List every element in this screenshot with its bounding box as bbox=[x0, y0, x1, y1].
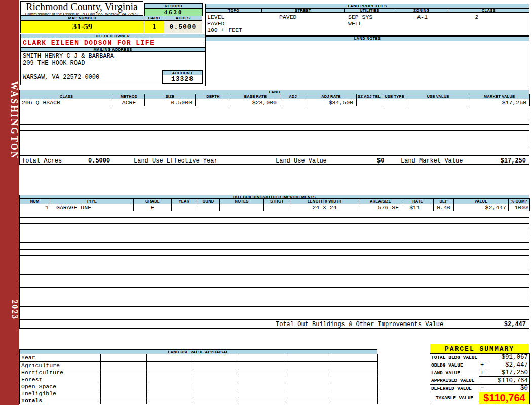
map-value-row: 31-59 1 0.5000 bbox=[20, 20, 203, 33]
land-properties-headers: TOPO STREET UTILITIES ZONING CLASS bbox=[205, 8, 529, 13]
parcel-summary-row: DEFERRED VALUE − $0 bbox=[430, 385, 530, 392]
topo-column-header: TOPO bbox=[205, 8, 262, 13]
spine-county-label: WASHINGTON bbox=[0, 70, 19, 171]
ob-area-size: 576 SF bbox=[359, 204, 402, 211]
ob-col-pct-comp: % COMP bbox=[509, 199, 530, 204]
utilities-value: WELL bbox=[348, 20, 362, 27]
parcel-summary-row: OBLDG VALUE + $2,447 bbox=[430, 361, 530, 369]
ob-col-area-size: AREA/SIZE bbox=[359, 199, 402, 204]
taxable-value: $110,764 bbox=[479, 392, 530, 404]
land-use-type bbox=[382, 99, 407, 106]
county-title: Richmond County, Virginia bbox=[21, 2, 143, 12]
land-sz-adj-tbl bbox=[357, 99, 382, 106]
ob-num: 1 bbox=[20, 204, 50, 211]
ob-year bbox=[172, 204, 197, 211]
land-col-adj: ADJ bbox=[280, 94, 306, 99]
land-adj bbox=[280, 99, 306, 106]
zoning-column-header: ZONING bbox=[395, 8, 448, 13]
parcel-summary-row: LAND VALUE + $17,250 bbox=[430, 369, 530, 377]
land-col-depth: DEPTH bbox=[196, 94, 231, 99]
appraisal-row-label: Horticulture bbox=[20, 369, 101, 376]
land-section: LAND CLASS METHOD SIZE DEPTH BASE RATE A… bbox=[19, 90, 529, 165]
ob-col-num: NUM bbox=[20, 199, 50, 204]
land-col-class: CLASS bbox=[20, 94, 113, 99]
ob-pct-comp: 100% bbox=[509, 204, 530, 211]
spine-year-label: 2023 bbox=[0, 290, 19, 330]
ob-col-type: TYPE bbox=[50, 199, 134, 204]
land-col-use-value: USE VALUE bbox=[407, 94, 469, 99]
deeded-owner-label: DEEDED OWNER bbox=[20, 34, 205, 38]
land-col-sz-adj-tbl: SZ ADJ TBL bbox=[357, 94, 382, 99]
land-col-size: SIZE bbox=[145, 94, 196, 99]
land-col-market-value: MARKET VALUE bbox=[469, 94, 530, 99]
land-depth bbox=[196, 99, 231, 106]
ob-col-value: VALUE bbox=[454, 199, 509, 204]
topo-value: PAVED bbox=[207, 20, 225, 27]
appraisal-row-label: Ineligible bbox=[20, 390, 101, 397]
out-buildings-section: OUT BUILDINGS/OTHER IMPROVEMENTS NUM TYP… bbox=[19, 195, 529, 329]
account-label: ACCOUNT bbox=[162, 70, 203, 75]
minus-operator: − bbox=[479, 385, 487, 392]
ob-dep: 0.40 bbox=[434, 204, 454, 211]
acres-label: ACRES bbox=[164, 16, 202, 20]
ob-notes bbox=[220, 204, 264, 211]
land-col-adj-rate: ADJ RATE bbox=[306, 94, 357, 99]
land-class: 206 Q HSACR bbox=[20, 99, 113, 106]
card-label: CARD bbox=[144, 16, 164, 20]
binder-spine: WASHINGTON 2023 bbox=[0, 0, 19, 405]
total-acres-label: Total Acres bbox=[22, 157, 62, 165]
obldg-value: $2,447 bbox=[487, 361, 530, 369]
land-col-base-rate: BASE RATE bbox=[231, 94, 280, 99]
parcel-summary-table: TOTAL BLDG VALUE $91,067 OBLDG VALUE + $… bbox=[430, 353, 530, 404]
mailing-line: SMITH HENRY C J & BARBARA bbox=[23, 53, 205, 60]
ob-col-year: YEAR bbox=[172, 199, 197, 204]
land-use-effective-year-label: Land Use Effective Year bbox=[134, 157, 218, 165]
land-use-value: $0 bbox=[377, 157, 384, 165]
land-totals-row: Total Acres 0.5000 Land Use Effective Ye… bbox=[19, 155, 529, 165]
land-base-rate: $23,000 bbox=[231, 99, 280, 106]
topo-value: 100 + FEET bbox=[207, 27, 242, 33]
ob-col-notes: NOTES bbox=[220, 199, 264, 204]
ob-col-sthgt: STHGT bbox=[264, 199, 290, 204]
land-market-value-total: $17,250 bbox=[501, 157, 526, 165]
ob-col-cond: COND bbox=[197, 199, 220, 204]
street-value: PAVED bbox=[279, 14, 297, 20]
out-buildings-total-value: $2,447 bbox=[504, 321, 526, 328]
street-column-header: STREET bbox=[261, 8, 345, 13]
out-buildings-table: NUM TYPE GRADE YEAR COND NOTES STHGT LEN… bbox=[19, 198, 530, 211]
land-value-label: LAND VALUE bbox=[430, 369, 479, 377]
appraisal-row-label: Totals bbox=[20, 397, 101, 404]
appraisal-row-label: Year bbox=[20, 354, 101, 362]
ob-grade: E bbox=[134, 204, 172, 211]
ob-col-length-width: LENGTH X WIDTH bbox=[290, 199, 359, 204]
ob-cond bbox=[197, 204, 220, 211]
land-properties-values: LEVEL PAVED 100 + FEET PAVED SEP SYS WEL… bbox=[205, 13, 529, 36]
land-row: 206 Q HSACR ACRE 0.5000 $23,000 $34,500 … bbox=[20, 99, 530, 106]
deeded-owner-value: CLARK EILEEN DODSON FOR LIFE bbox=[20, 38, 205, 47]
appraised-value-label: APPRAISED VALUE bbox=[430, 377, 479, 385]
ob-type: GARAGE-UNF bbox=[50, 204, 134, 211]
parcel-summary: PARCEL SUMMARY TOTAL BLDG VALUE $91,067 … bbox=[430, 344, 529, 404]
land-col-method: METHOD bbox=[113, 94, 145, 99]
utilities-column-header: UTILITIES bbox=[344, 8, 395, 13]
appraisal-row-label: Agriculture bbox=[20, 361, 101, 369]
class-value: 2 bbox=[439, 14, 515, 20]
ob-length-width: 24 X 24 bbox=[290, 204, 359, 211]
out-building-row: 1 GARAGE-UNF E 24 X 24 576 SF $11 0.40 $… bbox=[20, 204, 530, 211]
land-market-value: $17,250 bbox=[469, 99, 530, 106]
total-bldg-value: $91,067 bbox=[479, 354, 530, 361]
land-col-use-type: USE TYPE bbox=[382, 94, 407, 99]
ob-col-dep: DEP bbox=[434, 199, 454, 204]
deferred-value-label: DEFERRED VALUE bbox=[430, 385, 479, 392]
land-size: 0.5000 bbox=[145, 99, 196, 106]
map-header-row: MAP NUMBER CARD ACRES bbox=[20, 16, 203, 20]
appraisal-row-label: Forest bbox=[20, 376, 101, 383]
property-record-card: WASHINGTON 2023 Richmond County, Virgini… bbox=[0, 0, 532, 405]
plus-operator: + bbox=[479, 361, 487, 369]
land-adj-rate: $34,500 bbox=[306, 99, 357, 106]
appraised-value: $110,764 bbox=[479, 377, 530, 385]
ob-rate: $11 bbox=[402, 204, 434, 211]
plus-operator: + bbox=[479, 369, 487, 377]
obldg-value-label: OBLDG VALUE bbox=[430, 361, 479, 369]
land-notes-title: LAND NOTES bbox=[205, 36, 529, 41]
